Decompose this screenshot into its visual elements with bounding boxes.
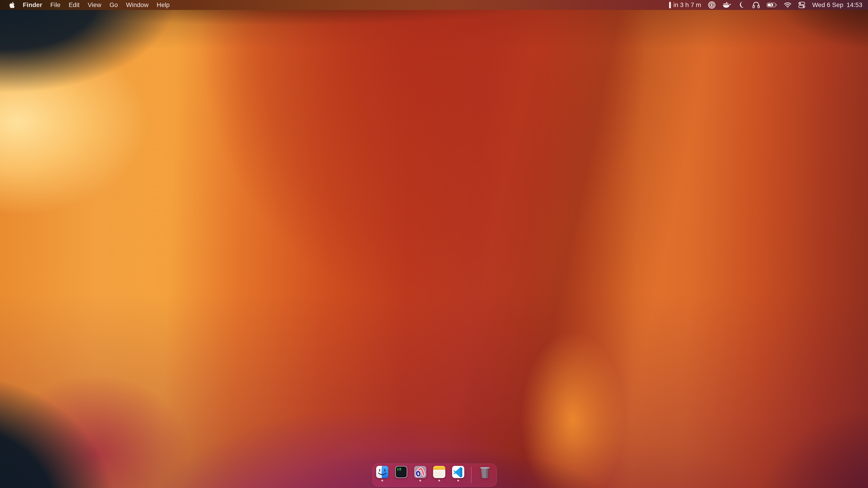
dock-separator [471,466,471,483]
dock: $ [373,464,497,487]
wifi-icon [784,2,792,8]
menu-file[interactable]: File [51,0,61,10]
running-indicator [419,480,421,482]
menu-bar-left: Finder File Edit View Go Window Help [9,0,170,10]
clock-date: Wed 6 Sep [812,1,843,8]
notes-icon [433,466,445,478]
menu-view[interactable]: View [88,0,101,10]
dock-item-trash[interactable] [478,466,491,479]
dock-item-vscode[interactable] [452,466,464,482]
headphones-icon [752,1,760,8]
menu-finder[interactable]: Finder [23,0,42,10]
desktop: Finder File Edit View Go Window Help in … [0,0,868,488]
dock-item-app-a[interactable] [414,466,426,482]
dock-item-finder[interactable] [376,466,388,482]
menu-bar-status: in 3 h 7 m [669,1,862,9]
timer-text: in 3 h 7 m [673,1,701,8]
terminal-icon: $ [395,466,407,478]
battery-charging-icon [767,2,777,7]
dock-item-terminal[interactable]: $ [395,466,407,482]
apple-logo-icon [9,2,15,8]
control-center-icon [798,2,805,8]
timer-pill-icon [669,2,671,8]
running-indicator [457,480,459,482]
running-indicator [381,480,383,482]
status-wifi[interactable] [784,2,792,8]
dock-item-notes[interactable] [433,466,445,482]
status-focus[interactable] [738,1,745,8]
trash-icon [478,466,491,479]
finder-icon [376,466,388,478]
svg-text:$: $ [397,467,399,471]
menu-window[interactable]: Window [126,0,149,10]
vscode-icon [452,466,464,478]
status-headphones[interactable] [752,1,760,8]
running-indicator [438,480,440,482]
status-control-center[interactable] [798,2,805,8]
menu-help[interactable]: Help [157,0,170,10]
status-timer[interactable]: in 3 h 7 m [669,1,701,8]
status-1password[interactable] [708,1,716,9]
one-password-icon [708,1,716,9]
menu-go[interactable]: Go [110,0,118,10]
docker-icon [722,2,732,8]
status-battery[interactable] [767,2,777,7]
status-docker[interactable] [722,2,732,8]
app-a-icon [414,466,426,478]
menu-edit[interactable]: Edit [69,0,80,10]
clock-time: 14:53 [846,1,862,8]
focus-moon-icon [738,1,745,8]
status-clock[interactable]: Wed 6 Sep 14:53 [812,1,862,8]
menu-bar: Finder File Edit View Go Window Help in … [0,0,868,10]
apple-menu[interactable] [9,2,15,8]
desktop-wallpaper [0,0,868,488]
